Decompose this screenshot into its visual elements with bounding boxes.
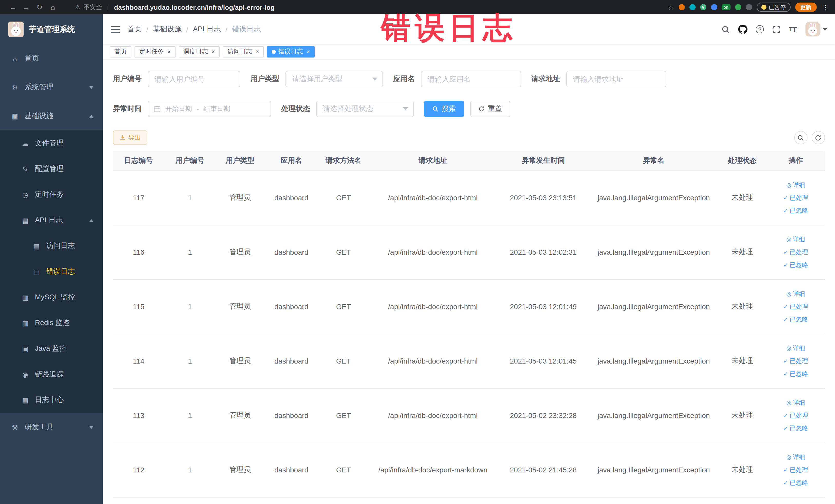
- extension-icon[interactable]: [711, 4, 717, 10]
- processed-link[interactable]: ✓已处理: [769, 300, 823, 313]
- app-name-input[interactable]: [421, 71, 521, 87]
- processed-link[interactable]: ✓已处理: [769, 246, 823, 259]
- back-icon[interactable]: ←: [6, 3, 20, 11]
- help-icon[interactable]: ?: [756, 25, 764, 33]
- refresh-table-button[interactable]: [811, 131, 825, 144]
- ignored-link[interactable]: ✓已忽略: [769, 476, 823, 489]
- hamburger-icon[interactable]: [111, 26, 120, 33]
- extension-icon[interactable]: [746, 4, 752, 10]
- reload-icon[interactable]: ↻: [33, 3, 46, 11]
- close-icon[interactable]: ×: [256, 48, 259, 55]
- ignored-link[interactable]: ✓已忽略: [769, 367, 823, 380]
- sidebar-item-home[interactable]: ⌂首页: [0, 44, 103, 73]
- process-status-select[interactable]: 请选择处理状态: [316, 101, 414, 117]
- sidebar-item-label: 日志中心: [35, 396, 64, 405]
- cell-method: GET: [318, 334, 369, 388]
- breadcrumb-item[interactable]: 首页: [127, 25, 142, 34]
- processed-link[interactable]: ✓已处理: [769, 355, 823, 367]
- sidebar-item-config-management[interactable]: ✎配置管理: [0, 156, 103, 182]
- extension-on-badge[interactable]: on: [721, 4, 730, 10]
- security-chip[interactable]: ⚠ 不安全: [75, 3, 102, 12]
- detail-link[interactable]: ◎详细: [769, 396, 823, 409]
- filter-row-1: 用户编号 用户类型 请选择用户类型 应用名: [113, 71, 825, 87]
- processed-link[interactable]: ✓已处理: [769, 409, 823, 422]
- close-icon[interactable]: ×: [306, 48, 310, 55]
- ignored-link[interactable]: ✓已忽略: [769, 259, 823, 271]
- tab-error-logs[interactable]: 错误日志×: [267, 46, 315, 57]
- url-text[interactable]: dashboard.yudao.iocoder.cn/infra/log/api…: [114, 3, 274, 11]
- cell-app-name: dashboard: [264, 225, 318, 279]
- cell-time: 2021-05-03 12:02:31: [497, 225, 589, 279]
- extension-icon[interactable]: [678, 4, 685, 10]
- user-type-select[interactable]: 请选择用户类型: [285, 71, 383, 87]
- detail-link[interactable]: ◎详细: [769, 233, 823, 246]
- cell-status: 未处理: [718, 334, 767, 388]
- sidebar-item-infrastructure[interactable]: ▦基础设施: [0, 102, 103, 130]
- detail-link[interactable]: ◎详细: [769, 178, 823, 191]
- doc-icon: ▤: [21, 396, 30, 404]
- cell-time: 2021-05-03 12:01:45: [497, 334, 589, 388]
- request-url-input[interactable]: [566, 71, 666, 87]
- sidebar-item-java-monitor[interactable]: ▣Java 监控: [0, 336, 103, 362]
- search-icon[interactable]: [721, 25, 730, 34]
- github-icon[interactable]: [738, 25, 748, 34]
- extension-icon[interactable]: [735, 4, 741, 10]
- cell-method: GET: [318, 225, 369, 279]
- sidebar-item-file-management[interactable]: ☁文件管理: [0, 130, 103, 156]
- user-id-input[interactable]: [148, 71, 240, 87]
- toggle-search-button[interactable]: [794, 131, 807, 144]
- chevron-down-icon: [89, 86, 94, 88]
- font-size-icon[interactable]: TT: [789, 25, 797, 33]
- export-button[interactable]: 导出: [113, 130, 147, 145]
- sidebar-item-dev-tools[interactable]: ⚒研发工具: [0, 413, 103, 442]
- tab-label: 定时任务: [139, 47, 164, 56]
- bookmark-star-icon[interactable]: ☆: [668, 3, 674, 11]
- paused-pill[interactable]: 已暂停: [756, 3, 790, 12]
- fullscreen-icon[interactable]: [772, 25, 781, 34]
- sidebar-item-redis-monitor[interactable]: ▥Redis 监控: [0, 310, 103, 336]
- user-avatar[interactable]: [805, 22, 827, 37]
- close-icon[interactable]: ×: [211, 48, 215, 55]
- tab-schedule-logs[interactable]: 调度日志×: [179, 46, 220, 57]
- reset-button[interactable]: 重置: [470, 101, 510, 117]
- ignored-link[interactable]: ✓已忽略: [769, 313, 823, 326]
- sidebar-item-api-logs[interactable]: ▤API 日志: [0, 207, 103, 233]
- tab-home[interactable]: 首页: [110, 46, 131, 57]
- detail-link[interactable]: ◎详细: [769, 450, 823, 463]
- column-header: 处理状态: [718, 151, 767, 170]
- sidebar-item-mysql-monitor[interactable]: ▥MySQL 监控: [0, 284, 103, 310]
- sidebar-item-system-management[interactable]: ⚙系统管理: [0, 73, 103, 102]
- action-label: 详细: [793, 178, 805, 191]
- processed-link[interactable]: ✓已处理: [769, 191, 823, 204]
- sidebar-item-log-center[interactable]: ▤日志中心: [0, 387, 103, 413]
- processed-link[interactable]: ✓已处理: [769, 463, 823, 476]
- sidebar-item-scheduled-tasks[interactable]: ◷定时任务: [0, 182, 103, 207]
- app-logo[interactable]: 芋道管理系统: [0, 14, 103, 44]
- detail-link[interactable]: ◎详细: [769, 287, 823, 300]
- search-button[interactable]: 搜索: [424, 101, 464, 117]
- trace-icon: ◉: [21, 370, 30, 378]
- exception-time-daterange[interactable]: 开始日期 - 结束日期: [148, 101, 271, 117]
- ignored-link[interactable]: ✓已忽略: [769, 422, 823, 435]
- tab-scheduled-tasks[interactable]: 定时任务×: [135, 46, 176, 57]
- detail-link[interactable]: ◎详细: [769, 342, 823, 355]
- check-icon: ✓: [783, 300, 788, 313]
- error-log-table: 日志编号用户编号用户类型应用名请求方法名请求地址异常发生时间异常名处理状态操作 …: [113, 151, 825, 497]
- sidebar-item-error-logs[interactable]: ▤错误日志: [0, 259, 103, 284]
- refresh-icon: [478, 106, 485, 112]
- cell-user-type: 管理员: [216, 279, 264, 334]
- sidebar-item-access-logs[interactable]: ▤访问日志: [0, 233, 103, 259]
- browser-menu-icon[interactable]: ⋮: [822, 3, 829, 11]
- extension-icon[interactable]: [689, 4, 695, 10]
- sidebar-item-link-tracing[interactable]: ◉链路追踪: [0, 362, 103, 387]
- update-button[interactable]: 更新: [795, 3, 816, 12]
- ignored-link[interactable]: ✓已忽略: [769, 204, 823, 217]
- breadcrumb-item[interactable]: 基础设施: [153, 25, 182, 34]
- forward-icon[interactable]: →: [20, 3, 33, 11]
- tab-access-logs[interactable]: 访问日志×: [223, 46, 264, 57]
- sidebar-item-label: API 日志: [35, 216, 63, 225]
- breadcrumb-item[interactable]: API 日志: [193, 25, 221, 34]
- extension-icon[interactable]: V: [700, 4, 706, 10]
- close-icon[interactable]: ×: [167, 48, 171, 55]
- home-icon[interactable]: ⌂: [46, 3, 60, 11]
